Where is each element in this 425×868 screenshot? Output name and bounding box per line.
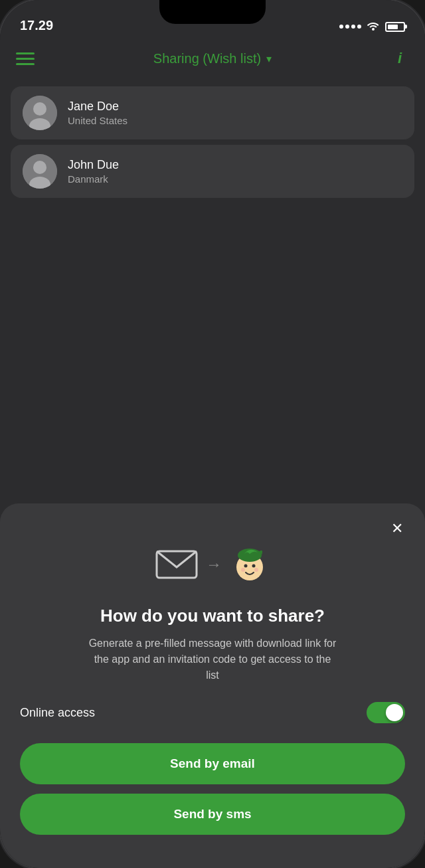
send-email-button[interactable]: Send by email <box>20 743 405 784</box>
modal-description: Generate a pre-filled message with downl… <box>86 636 339 683</box>
phone-screen: 17.29 <box>0 0 425 868</box>
menu-icon[interactable] <box>16 52 35 65</box>
toggle-knob <box>386 704 403 721</box>
arrow-icon: → <box>206 555 222 574</box>
modal-title: How do you want to share? <box>100 606 325 626</box>
envelope-icon <box>155 549 198 580</box>
illustration: → <box>155 543 270 586</box>
user-list: Jane Doe United States John Due <box>0 78 425 206</box>
svg-point-12 <box>254 568 258 572</box>
user-country: United States <box>68 115 128 126</box>
user-info: John Due Danmark <box>68 158 119 185</box>
avatar <box>23 154 57 189</box>
content-area: Sharing (Wish list) ▾ i Ja <box>0 39 425 868</box>
svg-point-11 <box>241 568 245 572</box>
svg-point-10 <box>252 564 256 568</box>
user-name: John Due <box>68 158 119 172</box>
user-country: Danmark <box>68 173 119 185</box>
chevron-down-icon[interactable]: ▾ <box>266 52 272 65</box>
signal-icon <box>339 25 361 29</box>
close-button[interactable]: ✕ <box>385 517 409 541</box>
svg-point-9 <box>244 564 248 568</box>
app-header: Sharing (Wish list) ▾ i <box>0 39 425 78</box>
svg-point-1 <box>33 102 46 116</box>
mascot-icon <box>230 543 270 586</box>
share-modal: ✕ → <box>0 503 425 868</box>
list-item[interactable]: John Due Danmark <box>11 145 414 198</box>
notch <box>159 0 266 24</box>
toggle-label: Online access <box>20 706 95 720</box>
send-sms-button[interactable]: Send by sms <box>20 794 405 835</box>
svg-point-4 <box>33 161 46 174</box>
user-info: Jane Doe United States <box>68 100 128 126</box>
list-item[interactable]: Jane Doe United States <box>11 86 414 139</box>
online-access-row: Online access <box>20 702 405 723</box>
user-name: Jane Doe <box>68 100 128 114</box>
phone-frame: 17.29 <box>0 0 425 868</box>
header-title-text: Sharing (Wish list) <box>153 51 261 66</box>
status-icons <box>339 20 405 33</box>
info-icon[interactable]: i <box>390 49 409 68</box>
wifi-icon <box>367 20 380 33</box>
online-access-toggle[interactable] <box>367 702 405 723</box>
battery-icon <box>385 22 405 32</box>
header-title: Sharing (Wish list) ▾ <box>153 51 272 66</box>
avatar <box>23 96 57 130</box>
